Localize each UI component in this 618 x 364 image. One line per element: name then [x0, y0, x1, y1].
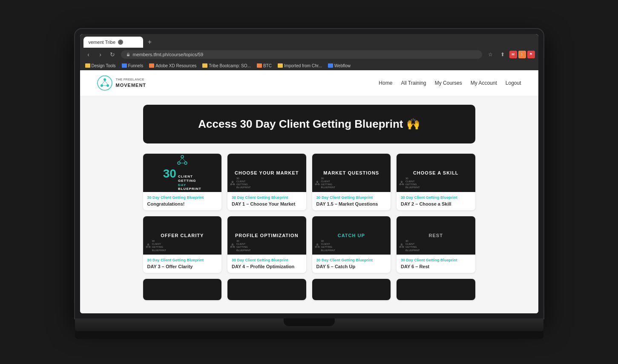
- bookmark-icon: [278, 63, 283, 68]
- card-thumbnail-market-questions: MARKET QUESTIONS: [312, 154, 391, 192]
- svg-point-45: [315, 246, 316, 248]
- card-course-name: 30 Day Client Getting Blueprint: [147, 258, 218, 262]
- card-thumbnail-choose-market: CHOOSE YOUR MARKET: [227, 154, 306, 192]
- thumb-text-rest: REST: [429, 233, 443, 238]
- blueprint-client: CLIENT: [178, 175, 201, 179]
- browser-toolbar: ‹ › ↻ members.tfmt.ph/course/topics/59 ☆: [80, 48, 538, 62]
- bookmark-icon: [257, 63, 262, 68]
- bookmark-webflow[interactable]: Webflow: [326, 63, 352, 69]
- card-thumbnail-offer-clarity: OFFER CLARITY: [143, 216, 222, 255]
- new-tab-button[interactable]: +: [145, 37, 155, 47]
- screen-bezel: vement Tribe × + ‹ › ↻: [75, 29, 543, 318]
- svg-point-44: [316, 244, 318, 245]
- thumb-text-profile-optimization: PROFILE OPTIMIZATION: [235, 233, 299, 238]
- nav-logout[interactable]: Logout: [506, 80, 521, 86]
- browser-chrome: vement Tribe × + ‹ › ↻: [80, 34, 538, 70]
- svg-line-11: [179, 158, 182, 162]
- bookmark-design-tools[interactable]: Design Tools: [83, 63, 118, 69]
- thumb-text-choose-market: CHOOSE YOUR MARKET: [235, 170, 299, 175]
- thumb-logo-icon: [230, 181, 235, 186]
- thumb-text-offer-clarity: OFFER CLARITY: [161, 233, 204, 238]
- bookmark-icon: [122, 63, 127, 68]
- thumb-logo-text: 30CLIENTGETTINGBLUEPRINT: [405, 240, 420, 252]
- refresh-button[interactable]: ↻: [107, 49, 118, 60]
- svg-point-32: [147, 244, 149, 245]
- svg-point-40: [233, 246, 235, 248]
- thumb-logo-icon: [399, 243, 404, 248]
- svg-point-28: [402, 184, 404, 185]
- bookmark-funnels[interactable]: Funnels: [120, 63, 145, 69]
- course-grid-row1: 30 CLIENT GETTING DAY BLUEPRINT: [143, 154, 475, 210]
- card-info: 30 Day Client Getting Blueprint DAY 3 – …: [143, 255, 222, 273]
- blueprint-getting: GETTING: [178, 179, 201, 183]
- svg-line-36: [148, 245, 150, 246]
- card-lesson-title: DAY 6 – Rest: [401, 264, 471, 269]
- main-content: Access 30 Day Client Getting Blueprint 🙌: [135, 96, 484, 313]
- thumb-logo-text: 30CLIENTGETTINGBLUEPRINT: [236, 177, 251, 189]
- svg-line-18: [233, 183, 234, 184]
- svg-line-41: [231, 245, 233, 246]
- course-card-market-questions[interactable]: MARKET QUESTIONS: [312, 154, 391, 210]
- card-thumbnail-partial-2: [227, 279, 306, 300]
- ext-icon-3: ⚑: [527, 51, 535, 58]
- thumb-logo-text: 30CLIENTGETTINGBLUEPRINT: [321, 177, 336, 189]
- bookmark-button[interactable]: ☆: [486, 49, 496, 60]
- forward-button[interactable]: ›: [95, 49, 106, 60]
- svg-point-14: [232, 181, 233, 183]
- svg-point-50: [401, 244, 402, 245]
- course-card-choose-market[interactable]: CHOOSE YOUR MARKET: [227, 154, 306, 210]
- course-card-partial-1[interactable]: [143, 279, 222, 300]
- logo-line2: MOVEMENT: [116, 82, 147, 88]
- card-course-name: 30 Day Client Getting Blueprint: [401, 258, 471, 262]
- course-card-profile-optimization[interactable]: PROFILE OPTIMIZATION: [227, 216, 306, 273]
- url-text: members.tfmt.ph/course/topics/59: [133, 52, 204, 57]
- card-course-name: 30 Day Client Getting Blueprint: [316, 195, 387, 200]
- course-card-rest[interactable]: REST: [397, 216, 475, 273]
- course-card-partial-2[interactable]: [227, 279, 306, 300]
- nav-my-account[interactable]: My Account: [471, 80, 497, 86]
- bookmark-tribe[interactable]: Tribe Bootcamp: SO...: [201, 63, 253, 69]
- tab-close-button[interactable]: ×: [118, 40, 123, 45]
- svg-line-5: [102, 81, 105, 84]
- course-card-partial-3[interactable]: [312, 279, 391, 300]
- svg-line-53: [400, 245, 402, 246]
- share-button[interactable]: ⬆: [497, 49, 508, 60]
- back-button[interactable]: ‹: [83, 49, 94, 60]
- svg-rect-0: [127, 54, 129, 56]
- nav-my-courses[interactable]: My Courses: [435, 80, 462, 86]
- svg-point-46: [318, 246, 319, 248]
- course-card-blueprint[interactable]: 30 CLIENT GETTING DAY BLUEPRINT: [143, 154, 222, 210]
- bookmarks-bar: Design Tools Funnels Adobe XD Resources …: [80, 61, 538, 70]
- bookmark-btc[interactable]: BTC: [255, 63, 273, 69]
- address-bar[interactable]: members.tfmt.ph/course/topics/59: [121, 50, 482, 59]
- active-tab[interactable]: vement Tribe ×: [83, 37, 143, 48]
- blueprint-icon: [176, 154, 188, 166]
- nav-home[interactable]: Home: [379, 80, 392, 86]
- bookmark-adobe[interactable]: Adobe XD Resources: [147, 63, 198, 69]
- thumb-text-catch-up: CATCH UP: [338, 233, 365, 238]
- svg-line-6: [105, 81, 108, 84]
- svg-line-42: [233, 245, 234, 246]
- blueprint-blueprint: BLUEPRINT: [178, 187, 201, 191]
- hero-title: Access 30 Day Client Getting Blueprint 🙌: [160, 118, 458, 131]
- thumb-logo: 30CLIENTGETTINGBLUEPRINT: [399, 177, 420, 189]
- thumb-logo-icon: [315, 181, 320, 186]
- thumb-logo-text: 30CLIENTGETTINGBLUEPRINT: [405, 177, 420, 189]
- course-card-offer-clarity[interactable]: OFFER CLARITY: [143, 216, 222, 273]
- thumb-logo-icon: [230, 243, 235, 248]
- bookmark-imported[interactable]: Imported from Chr...: [276, 63, 324, 69]
- course-card-partial-4[interactable]: [397, 279, 475, 300]
- card-thumbnail-catch-up: CATCH UP: [312, 216, 391, 255]
- card-info: 30 Day Client Getting Blueprint DAY 1.5 …: [312, 192, 391, 210]
- card-lesson-title: DAY 1.5 – Market Questions: [316, 201, 387, 207]
- svg-point-21: [315, 184, 316, 185]
- svg-point-10: [184, 162, 187, 164]
- tab-label: vement Tribe: [89, 40, 116, 45]
- course-card-choose-skill[interactable]: CHOOSE A SKILL: [397, 154, 475, 210]
- course-card-catch-up[interactable]: CATCH UP: [312, 216, 391, 273]
- nav-all-training[interactable]: All Training: [401, 80, 426, 86]
- card-course-name: 30 Day Client Getting Blueprint: [232, 195, 302, 200]
- card-info: 30 Day Client Getting Blueprint DAY 4 – …: [227, 255, 306, 273]
- svg-line-47: [316, 245, 317, 246]
- svg-line-30: [402, 183, 403, 184]
